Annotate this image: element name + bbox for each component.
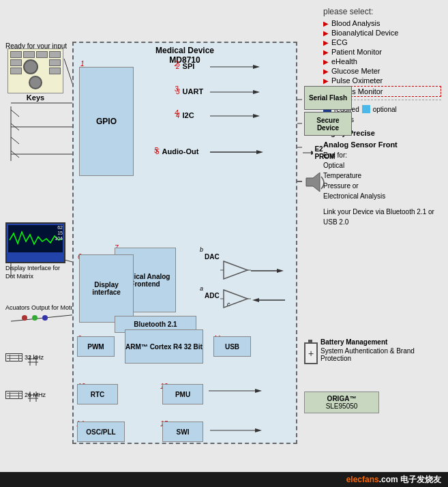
md-box: Medical Device MD8710 GPIO 1 2 3 4 5 6 7… [72,42,297,444]
menu-pulse-oximeter[interactable]: ▶ Pulse Oximeter [323,76,441,85]
menu-ecg[interactable]: ▶ ECG [323,38,441,46]
svg-line-7 [11,137,19,144]
swi-block: SWI [162,422,203,442]
dac-symbol [220,260,251,280]
spi-row: 2 SPI [176,62,194,70]
svg-marker-35 [224,290,248,308]
bullet-icon: ▶ [323,29,329,37]
svg-point-22 [42,315,48,321]
svg-marker-45 [253,90,260,94]
display-interface-area: 62 15 104 Display Interface for Dot Matr… [5,222,67,280]
bullet-icon: ▶ [323,20,329,27]
sensor-info: Highly Precise Analog Sensor Front End f… [323,128,441,201]
footer-bar: elecfans.com 电子发烧友 [0,472,448,487]
bullet-icon: ▶ [323,48,329,56]
num-1: 1 [80,60,85,68]
svg-line-6 [11,123,19,130]
rtc-block: RTC [77,384,118,404]
menu-item-label: eHealth [331,57,357,65]
uart-row: 3 UART [176,87,203,95]
svg-point-21 [32,315,38,321]
svg-marker-49 [256,150,263,154]
svg-marker-56 [306,173,320,192]
bullet-icon: ▶ [323,77,329,85]
menu-item-label: Patient Monitor [331,48,382,56]
i2c-row: 4 I2C [176,111,194,119]
adc-symbol [220,289,251,309]
keys-label: Keys [8,93,63,102]
osc-block: OSC/PLL [77,422,125,442]
svg-line-19 [11,314,78,321]
menu-blood-analysis[interactable]: ▶ Blood Analysis [323,19,441,27]
dac-b-label: b [200,246,203,253]
menu-item-label: Glucose Meter [331,67,380,75]
optional-label: optional [373,106,397,113]
display-interface-label: Display Interface for Dot Matrix [5,265,67,280]
speaker-symbol [303,171,327,196]
adc-arrow [251,297,285,305]
e2prom-row: E2 PROM [303,145,338,160]
oscillator-32khz: 32 kHz [5,353,44,361]
display-block: Display interface [79,254,134,323]
dac-label: DAC [205,253,220,261]
menu-ehealth[interactable]: ▶ eHealth [323,57,441,65]
battery-mgmt-area: + Battery Management System Authenticati… [304,338,420,364]
menu-patient-monitor[interactable]: ▶ Patient Monitor [323,48,441,56]
svg-point-20 [22,315,27,321]
svg-marker-51 [255,389,262,393]
arm-block: ARM™ Cortex R4 32 Bit [125,329,203,364]
please-select: please select: [323,7,441,16]
usb-block: USB [213,336,251,357]
gpio-block: GPIO [79,67,134,176]
secure-device-box: Secure Device [304,112,352,136]
svg-marker-39 [277,269,284,273]
adc-label: ADC [205,292,220,299]
menu-item-label: Blood Analysis [331,19,380,27]
menu-bioanalytical[interactable]: ▶ Bioanalytical Device [323,29,441,37]
menu-glucose[interactable]: ▶ Glucose Meter [323,67,441,75]
bullet-icon: ▶ [323,68,329,75]
left-panel: Ready for your input Keys [4,4,318,483]
dac-arrow [251,267,285,276]
svg-marker-32 [224,261,248,279]
menu-item-label: Bioanalytical Device [331,29,398,37]
svg-line-5 [11,110,19,117]
pwm-block: PWM [77,336,115,357]
optional-color-swatch [362,105,370,113]
svg-marker-55 [311,151,313,155]
pmu-block: PMU [162,384,203,404]
svg-line-8 [11,151,19,158]
menu-item-label: ECG [331,38,348,46]
serial-flash-box: Serial Flash [304,86,352,110]
bullet-icon: ▶ [323,58,329,65]
link-info: Link your Device via Bluetooth 2.1 or US… [323,207,441,227]
oscillator-26mhz: 26 MHz [5,391,46,399]
keys-area: Keys [8,48,63,102]
footer-brand: elecfans.com 电子发烧友 [346,474,441,486]
menu-item-label: Pulse Oximeter [331,76,383,85]
bullet-icon: ▶ [323,39,329,46]
main-container: Ready for your input Keys [0,0,448,487]
svg-marker-53 [255,428,262,432]
svg-marker-41 [252,298,259,302]
origa-box: ORIGA™ SLE95050 [304,392,379,413]
audio-row: 5 Audio-Out [155,147,198,156]
svg-marker-47 [253,114,260,118]
adc-a-label: a [200,285,203,292]
